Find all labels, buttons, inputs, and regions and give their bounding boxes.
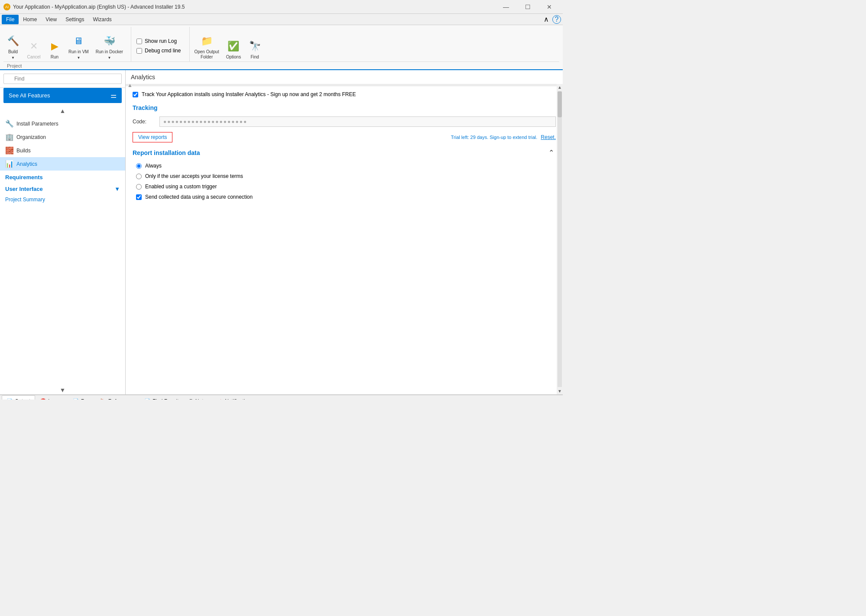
show-run-log-checkbox[interactable]: Show run Log	[136, 38, 181, 44]
run-docker-label: Run in Docker	[96, 49, 123, 55]
minimize-button[interactable]: —	[496, 3, 516, 11]
run-in-docker-button[interactable]: 🐳 Run in Docker ▼	[93, 30, 126, 61]
reset-link[interactable]: Reset.	[541, 134, 556, 140]
cancel-button[interactable]: ✕ Cancel	[24, 30, 43, 61]
tab-run[interactable]: 📄 Run	[68, 395, 95, 400]
ribbon-bottom: Project	[3, 61, 559, 69]
notifications-tab-label: Notifications	[225, 398, 253, 400]
report-section-header: Report installation data ⌃	[133, 148, 556, 158]
track-checkbox[interactable]	[133, 92, 138, 97]
radio-license-input[interactable]	[136, 174, 142, 179]
debug-cmd-checkbox[interactable]: Debug cmd line	[136, 48, 181, 54]
menu-home[interactable]: Home	[19, 15, 41, 24]
radio-trigger-input[interactable]	[136, 184, 142, 190]
radio-license-label: Only if the user accepts your license te…	[145, 173, 243, 179]
user-interface-scroll-down[interactable]: ▼	[114, 186, 120, 192]
nav-section-requirements[interactable]: Requirements	[0, 171, 125, 182]
bottom-panel-close[interactable]: ✕	[552, 397, 561, 400]
menu-view[interactable]: View	[41, 15, 61, 24]
references-tab-label: References	[108, 398, 135, 400]
scrollbar-down-icon[interactable]: ▼	[557, 388, 563, 394]
nav-item-analytics[interactable]: 📊 Analytics	[0, 157, 125, 171]
close-button[interactable]: ✕	[539, 3, 559, 11]
menu-wizards[interactable]: Wizards	[89, 15, 116, 24]
radio-license[interactable]: Only if the user accepts your license te…	[136, 173, 556, 179]
title-bar: AI Your Application - MyApplication.aip …	[0, 0, 563, 14]
nav-section-user-interface[interactable]: User Interface ▼	[0, 182, 125, 194]
analytics-icon: 📊	[5, 160, 13, 168]
build-button[interactable]: 🔨 Build ▼	[3, 30, 23, 61]
scroll-up-arrow[interactable]: ▲	[0, 106, 125, 115]
organization-icon: 🏢	[5, 133, 13, 141]
secure-connection-label: Send collected data using a secure conne…	[145, 194, 253, 200]
cancel-label: Cancel	[27, 55, 40, 60]
help-icon[interactable]: ?	[552, 15, 561, 24]
analytics-label: Analytics	[16, 161, 37, 167]
docker-dropdown-icon: ▼	[107, 56, 111, 60]
filter-icon: ⚌	[110, 91, 117, 100]
maximize-button[interactable]: ☐	[518, 3, 538, 11]
nav-item-project-summary[interactable]: Project Summary	[0, 194, 125, 205]
code-input[interactable]	[159, 116, 556, 127]
scrollbar-up-icon[interactable]: ▲	[557, 84, 563, 90]
radio-custom-trigger[interactable]: Enabled using a custom trigger	[136, 184, 556, 190]
builds-label: Builds	[16, 148, 31, 154]
view-reports-button[interactable]: View reports	[133, 132, 172, 142]
search-input[interactable]	[3, 74, 122, 84]
cancel-icon: ✕	[27, 39, 41, 53]
right-scrollbar[interactable]: ▲ ▼	[557, 84, 563, 394]
app-icon: AI	[3, 3, 10, 10]
tab-notes[interactable]: 🗒 Notes	[184, 395, 214, 400]
ribbon-tools: 🔨 Build ▼ ✕ Cancel ▶ Run 🖥 Run in VM ▼ 🐳…	[3, 27, 559, 61]
ribbon-section-label: Project	[7, 63, 22, 68]
find-result-tab-label: Find Result	[152, 398, 179, 400]
find-button[interactable]: 🔭 Find	[245, 30, 264, 61]
left-panel: 🔍 See All Features ⚌ ▲ 🔧 Install Paramet…	[0, 70, 126, 394]
tab-find-result[interactable]: 📄 Find Result	[139, 395, 184, 400]
radio-always[interactable]: Always	[136, 163, 556, 169]
search-wrap: 🔍	[3, 74, 122, 84]
notifications-tab-icon: ⚠	[218, 398, 223, 400]
see-all-features-button[interactable]: See All Features ⚌	[3, 88, 122, 103]
bottom-tabs: 📄 Output 🔴 Issues 📄 Run 🔖 References 📄 F…	[0, 395, 563, 400]
run-tab-icon: 📄	[73, 398, 79, 400]
install-params-icon: 🔧	[5, 119, 13, 128]
options-icon: ✅	[227, 39, 240, 53]
ribbon-group-build: 🔨 Build ▼ ✕ Cancel ▶ Run 🖥 Run in VM ▼ 🐳…	[3, 27, 131, 61]
menu-settings[interactable]: Settings	[61, 15, 88, 24]
reports-row: View reports Trial left: 29 days. Sign-u…	[133, 132, 556, 142]
right-panel: Analytics ▲ Track Your Application insta…	[126, 70, 563, 394]
run-icon: ▶	[48, 39, 62, 53]
scroll-down-arrow[interactable]: ▼	[0, 386, 125, 394]
options-button[interactable]: ✅ Options	[224, 30, 243, 61]
open-output-button[interactable]: 📁 Open OutputFolder	[191, 30, 221, 61]
collapse-button[interactable]: ⌃	[547, 148, 556, 158]
tab-references[interactable]: 🔖 References	[95, 395, 139, 400]
run-label: Run	[51, 55, 58, 60]
secure-connection-checkbox[interactable]	[136, 194, 142, 200]
options-label: Options	[226, 55, 241, 60]
nav-item-organization[interactable]: 🏢 Organization	[0, 130, 125, 144]
open-output-icon: 📁	[200, 34, 214, 48]
install-params-label: Install Parameters	[16, 121, 58, 127]
run-in-vm-button[interactable]: 🖥 Run in VM ▼	[66, 30, 91, 61]
nav-item-builds[interactable]: 🧱 Builds	[0, 144, 125, 157]
main-layout: 🔍 See All Features ⚌ ▲ 🔧 Install Paramet…	[0, 70, 563, 394]
run-button[interactable]: ▶ Run	[45, 30, 64, 61]
nav-item-install-parameters[interactable]: 🔧 Install Parameters	[0, 117, 125, 130]
show-run-log-input[interactable]	[136, 39, 142, 44]
tab-notifications[interactable]: ⚠ Notifications	[214, 395, 258, 400]
ribbon-group-options: Show run Log Debug cmd line	[133, 27, 190, 61]
track-label: Track Your Application installs using In…	[142, 91, 356, 97]
tab-issues[interactable]: 🔴 Issues	[35, 395, 68, 400]
chevron-up-icon[interactable]: ∧	[540, 15, 552, 23]
menu-file[interactable]: File	[2, 15, 19, 24]
radio-always-input[interactable]	[136, 163, 142, 169]
scrollbar-thumb[interactable]	[558, 91, 562, 117]
notes-tab-icon: 🗒	[188, 398, 194, 400]
secure-connection-row[interactable]: Send collected data using a secure conne…	[136, 194, 556, 200]
trial-info: Trial left: 29 days. Sign-up to extend t…	[451, 135, 538, 140]
notes-tab-label: Notes	[195, 398, 209, 400]
tab-output[interactable]: 📄 Output	[2, 395, 35, 400]
debug-cmd-input[interactable]	[136, 48, 142, 54]
